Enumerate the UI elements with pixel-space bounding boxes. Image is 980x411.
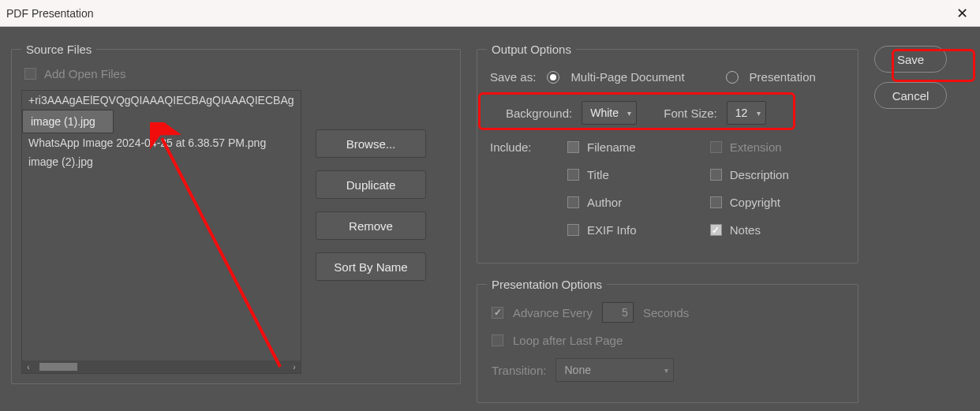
scroll-left-icon[interactable]: ‹	[22, 361, 35, 373]
title-opt-label: Title	[587, 168, 609, 181]
remove-button[interactable]: Remove	[316, 211, 426, 240]
save-button[interactable]: Save	[874, 46, 947, 73]
list-item[interactable]: WhatsApp Image 2024-04-25 at 6.38.57 PM.…	[22, 133, 301, 152]
add-open-files-checkbox[interactable]	[24, 68, 36, 80]
advance-every-checkbox[interactable]	[492, 307, 503, 319]
notes-label: Notes	[730, 223, 761, 237]
list-item[interactable]: image (2).jpg	[22, 152, 301, 171]
font-size-value: 12	[735, 106, 748, 119]
include-label: Include:	[490, 140, 553, 154]
save-as-label: Save as:	[490, 70, 536, 84]
background-select[interactable]: White ▾	[582, 101, 637, 125]
filename-checkbox[interactable]	[567, 141, 579, 153]
extension-checkbox[interactable]	[710, 141, 722, 153]
background-value: White	[590, 106, 619, 119]
loop-label: Loop after Last Page	[513, 334, 623, 347]
presentation-radio[interactable]	[726, 71, 739, 84]
source-files-group: Source Files Add Open Files +ri3AAAgAElE…	[11, 43, 461, 384]
output-options-legend: Output Options	[487, 43, 576, 56]
font-size-label: Font Size:	[664, 106, 717, 120]
chevron-down-icon: ▾	[627, 109, 631, 118]
filename-label: Filename	[587, 140, 636, 154]
add-open-files-label: Add Open Files	[44, 67, 125, 80]
exif-label: EXIF Info	[587, 223, 637, 237]
list-item[interactable]: +ri3AAAgAElEQVQgQIAAAQIECBAgQIAAAQIECBAg	[22, 91, 301, 110]
multi-page-label: Multi-Page Document	[570, 70, 684, 84]
copyright-label: Copyright	[730, 196, 780, 209]
copyright-checkbox[interactable]	[710, 196, 722, 208]
presentation-options-group: Presentation Options Advance Every 5 Sec…	[477, 278, 858, 403]
horizontal-scrollbar[interactable]: ‹ ›	[22, 361, 301, 373]
seconds-label: Seconds	[643, 306, 689, 319]
file-list[interactable]: +ri3AAAgAElEQVQgQIAAAQIECBAgQIAAAQIECBAg…	[21, 90, 301, 374]
output-options-group: Output Options Save as: Multi-Page Docum…	[477, 43, 858, 263]
transition-value: None	[564, 364, 590, 376]
chevron-down-icon: ▾	[757, 109, 761, 118]
close-icon[interactable]: ✕	[953, 5, 971, 22]
window-title: PDF Presentation	[6, 7, 94, 20]
scroll-thumb[interactable]	[39, 363, 77, 371]
cancel-button[interactable]: Cancel	[874, 82, 947, 109]
notes-checkbox[interactable]	[710, 224, 722, 236]
transition-select[interactable]: None ▾	[555, 358, 674, 382]
main-area: Source Files Add Open Files +ri3AAAgAElE…	[0, 27, 980, 411]
multi-page-radio[interactable]	[547, 71, 559, 84]
transition-label: Transition:	[492, 364, 546, 377]
font-size-select[interactable]: 12 ▾	[727, 101, 766, 125]
author-label: Author	[587, 196, 622, 209]
title-bar: PDF Presentation ✕	[0, 0, 980, 27]
presentation-options-legend: Presentation Options	[487, 278, 607, 291]
source-files-legend: Source Files	[21, 43, 96, 56]
author-checkbox[interactable]	[567, 196, 579, 208]
advance-every-label: Advance Every	[513, 306, 593, 319]
duplicate-button[interactable]: Duplicate	[316, 170, 426, 199]
description-checkbox[interactable]	[710, 169, 722, 181]
presentation-radio-label: Presentation	[750, 70, 816, 84]
exif-checkbox[interactable]	[567, 224, 579, 236]
scroll-right-icon[interactable]: ›	[288, 361, 301, 373]
browse-button[interactable]: Browse...	[316, 129, 426, 158]
description-label: Description	[730, 168, 789, 181]
list-item[interactable]: image (1).jpg	[22, 110, 114, 133]
advance-seconds-input[interactable]: 5	[602, 302, 634, 323]
extension-label: Extension	[730, 140, 782, 154]
chevron-down-icon: ▾	[664, 366, 668, 375]
background-label: Background:	[506, 106, 572, 120]
title-checkbox[interactable]	[567, 169, 579, 181]
sort-by-name-button[interactable]: Sort By Name	[316, 252, 426, 281]
loop-checkbox[interactable]	[492, 334, 503, 346]
